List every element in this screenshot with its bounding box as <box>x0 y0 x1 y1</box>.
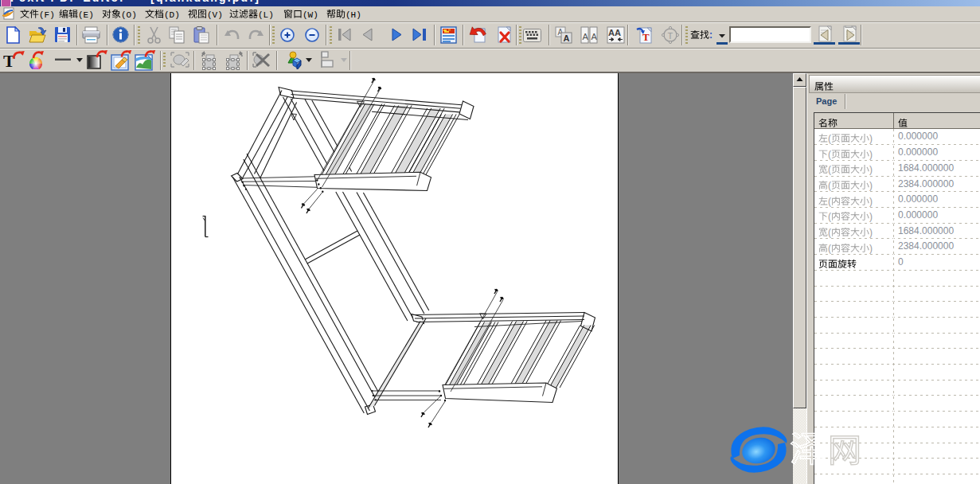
svg-text:T: T <box>668 31 674 41</box>
svg-text:AA: AA <box>608 28 621 37</box>
svg-text:T: T <box>3 51 15 69</box>
svg-text:A: A <box>592 32 598 41</box>
svg-text:A: A <box>564 33 570 43</box>
svg-text:A: A <box>583 32 589 41</box>
